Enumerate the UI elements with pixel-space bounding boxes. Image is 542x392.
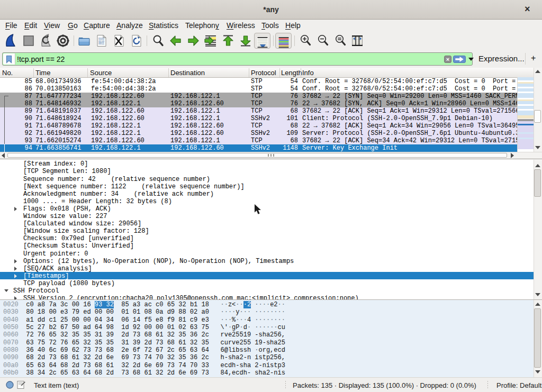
svg-text:0011: 0011 bbox=[98, 42, 104, 45]
